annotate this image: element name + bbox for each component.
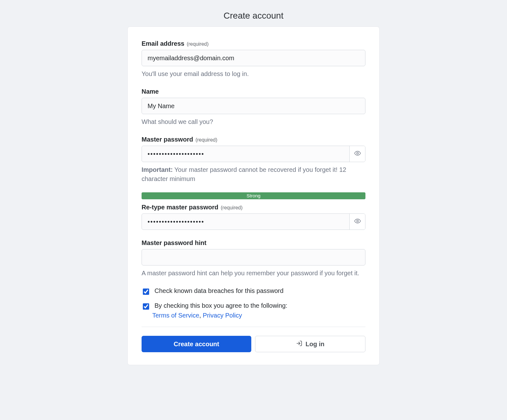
email-input[interactable] xyxy=(142,50,365,66)
password-input-group xyxy=(142,146,365,162)
retype-field-group: Re-type master password (required) xyxy=(142,204,365,230)
signup-card: Email address (required) You'll use your… xyxy=(127,26,380,365)
name-help: What should we call you? xyxy=(142,117,365,126)
button-row: Create account Log in xyxy=(142,336,365,352)
breach-check-row: Check known data breaches for this passw… xyxy=(142,287,365,296)
retype-label: Re-type master password (required) xyxy=(142,204,365,211)
hint-input[interactable] xyxy=(142,249,365,265)
tos-checkbox[interactable] xyxy=(143,303,149,310)
toggle-password-visibility-button[interactable] xyxy=(349,146,365,162)
password-important-label: Important: xyxy=(142,166,173,173)
svg-point-1 xyxy=(357,220,358,222)
hint-field-group: Master password hint A master password h… xyxy=(142,239,365,278)
name-label: Name xyxy=(142,88,365,95)
password-required-text: (required) xyxy=(195,137,217,143)
password-label-text: Master password xyxy=(142,136,193,143)
svg-point-0 xyxy=(357,152,358,154)
tos-link-separator: , xyxy=(199,312,203,319)
eye-icon xyxy=(354,150,361,158)
email-help: You'll use your email address to log in. xyxy=(142,69,365,79)
breach-checkbox[interactable] xyxy=(143,289,149,295)
password-important-help: Important: Your master password cannot b… xyxy=(142,165,365,184)
create-account-button[interactable]: Create account xyxy=(142,336,251,352)
divider-line xyxy=(142,327,365,327)
eye-icon xyxy=(354,218,361,226)
password-strength-bar: Strong xyxy=(142,192,365,199)
breach-check-label: Check known data breaches for this passw… xyxy=(154,287,283,295)
page-title: Create account xyxy=(0,11,507,21)
retype-required-text: (required) xyxy=(221,205,242,210)
hint-label: Master password hint xyxy=(142,239,365,247)
terms-of-service-link[interactable]: Terms of Service xyxy=(152,312,199,319)
login-icon xyxy=(296,340,302,348)
password-input[interactable] xyxy=(142,146,349,162)
retype-label-text: Re-type master password xyxy=(142,204,218,211)
name-field-group: Name What should we call you? xyxy=(142,88,365,126)
tos-check-group: By checking this box you agree to the fo… xyxy=(142,302,365,319)
name-input[interactable] xyxy=(142,98,365,114)
password-field-group: Master password (required) Important: Yo… xyxy=(142,136,365,184)
email-field-group: Email address (required) You'll use your… xyxy=(142,40,365,79)
tos-check-row: By checking this box you agree to the fo… xyxy=(142,302,365,311)
tos-links: Terms of Service, Privacy Policy xyxy=(152,312,365,319)
hint-help: A master password hint can help you reme… xyxy=(142,269,365,278)
toggle-retype-visibility-button[interactable] xyxy=(349,214,365,230)
email-label: Email address (required) xyxy=(142,40,365,47)
retype-password-input[interactable] xyxy=(142,214,349,230)
email-required-text: (required) xyxy=(187,41,208,47)
password-label: Master password (required) xyxy=(142,136,365,143)
tos-check-label: By checking this box you agree to the fo… xyxy=(154,302,287,309)
retype-input-group xyxy=(142,213,365,230)
privacy-policy-link[interactable]: Privacy Policy xyxy=(203,312,242,319)
log-in-button-label: Log in xyxy=(306,341,324,348)
log-in-button[interactable]: Log in xyxy=(255,336,365,352)
email-label-text: Email address xyxy=(142,40,184,47)
page-root: Create account Email address (required) … xyxy=(0,0,507,420)
create-account-button-label: Create account xyxy=(174,341,219,348)
